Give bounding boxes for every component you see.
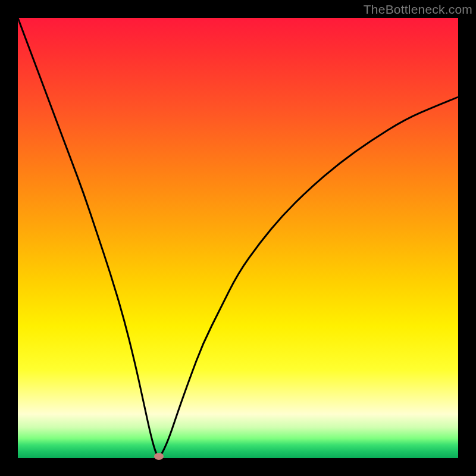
optimal-point-marker (154, 453, 164, 460)
curve-svg (18, 18, 458, 458)
watermark-text: TheBottleneck.com (364, 2, 472, 17)
chart-container: TheBottleneck.com (0, 0, 476, 476)
plot-area (18, 18, 458, 458)
bottleneck-curve (18, 18, 458, 456)
